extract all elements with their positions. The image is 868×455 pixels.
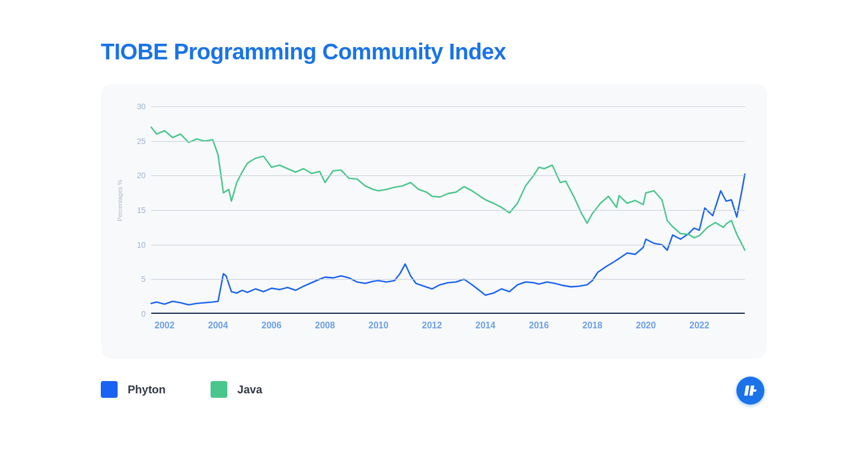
legend-swatch: [101, 381, 118, 398]
gridline: [151, 210, 745, 211]
x-tick-label: 2016: [529, 321, 549, 331]
y-axis-label: Percentages %: [116, 179, 123, 221]
x-tick-label: 2004: [208, 321, 228, 331]
y-tick-label: 5: [141, 275, 146, 284]
series-line-java: [151, 127, 745, 250]
legend-item-phyton: Phyton: [101, 381, 166, 398]
plot-area: 0510152025302002200420062008201020122014…: [151, 106, 745, 314]
x-tick-label: 2012: [422, 321, 442, 331]
gridline: [151, 279, 745, 280]
x-tick-label: 2022: [689, 321, 710, 331]
brand-logo-icon: [736, 377, 764, 405]
x-tick-label: 2010: [368, 321, 389, 331]
legend-label: Phyton: [128, 383, 166, 396]
x-tick-label: 2002: [155, 321, 175, 331]
y-tick-label: 10: [137, 240, 146, 249]
gridline: [151, 141, 745, 142]
x-tick-label: 2018: [582, 321, 603, 331]
legend-swatch: [211, 381, 227, 398]
y-tick-label: 0: [141, 309, 146, 318]
brand-logo-glyph: [743, 383, 758, 398]
gridline: [151, 175, 745, 176]
gridline: [151, 245, 745, 245]
x-tick-label: 2014: [475, 321, 496, 331]
y-tick-label: 15: [137, 206, 146, 215]
gridline: [151, 106, 745, 107]
legend-label: Java: [237, 383, 263, 396]
x-tick-label: 2006: [262, 321, 282, 331]
chart-panel: Percentages % 05101520253020022004200620…: [101, 84, 767, 359]
x-tick-label: 2020: [636, 321, 656, 331]
y-tick-label: 25: [137, 137, 146, 146]
y-tick-label: 20: [137, 171, 146, 180]
x-tick-label: 2008: [315, 321, 335, 331]
chart-title: TIOBE Programming Community Index: [101, 39, 506, 64]
y-tick-label: 30: [137, 102, 146, 111]
legend-item-java: Java: [211, 381, 263, 398]
legend: PhytonJava: [101, 381, 262, 398]
